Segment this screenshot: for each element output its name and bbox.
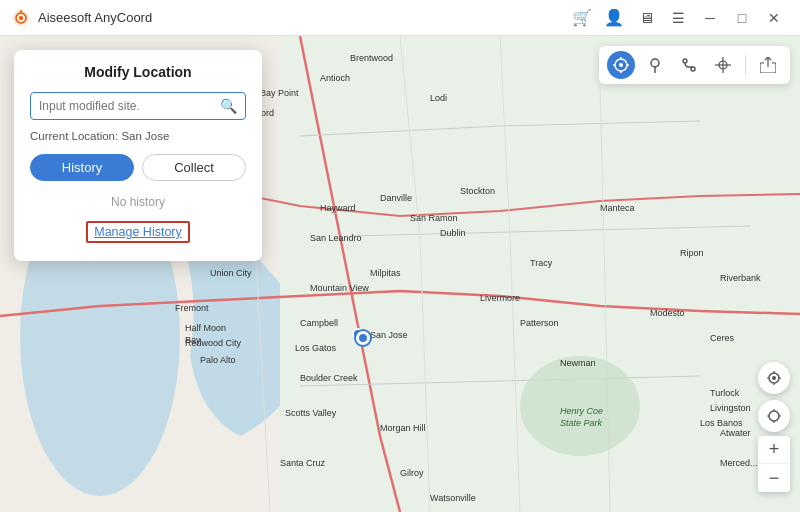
zoom-out-button[interactable]: −	[758, 464, 790, 492]
minimize-icon: ─	[705, 10, 715, 26]
svg-text:Scotts Valley: Scotts Valley	[285, 408, 337, 418]
close-button[interactable]: ✕	[760, 4, 788, 32]
search-icon: 🔍	[220, 98, 237, 114]
titlebar-controls: 🛒 👤 🖥 ☰ ─ □ ✕	[568, 4, 788, 32]
svg-text:Brentwood: Brentwood	[350, 53, 393, 63]
svg-point-73	[769, 411, 779, 421]
svg-text:Dublin: Dublin	[440, 228, 466, 238]
crosshair-tool-button[interactable]	[709, 51, 737, 79]
svg-text:Mountain View: Mountain View	[310, 283, 369, 293]
manage-history-wrapper: Manage History	[30, 221, 246, 243]
svg-point-2	[19, 16, 23, 20]
map-area: San Jose Stockton Manteca Ripon Riverban…	[0, 36, 800, 512]
svg-text:Modesto: Modesto	[650, 308, 685, 318]
menu-icon: ☰	[672, 10, 685, 26]
app-title: Aiseesoft AnyCoord	[38, 10, 152, 25]
monitor-button[interactable]: 🖥	[632, 4, 660, 32]
collect-tab[interactable]: Collect	[142, 154, 246, 181]
cart-button[interactable]: 🛒	[568, 4, 596, 32]
svg-text:Merced...: Merced...	[720, 458, 758, 468]
svg-text:Morgan Hill: Morgan Hill	[380, 423, 426, 433]
svg-text:Ceres: Ceres	[710, 333, 735, 343]
locate-tool-button[interactable]	[607, 51, 635, 79]
svg-text:Henry Coe: Henry Coe	[560, 406, 603, 416]
monitor-icon: 🖥	[639, 9, 654, 26]
titlebar-left: Aiseesoft AnyCoord	[12, 9, 152, 27]
svg-text:State Park: State Park	[560, 418, 603, 428]
svg-text:Livermore: Livermore	[480, 293, 520, 303]
svg-text:Bay Point: Bay Point	[260, 88, 299, 98]
search-box[interactable]: 🔍	[30, 92, 246, 120]
route-tool-button[interactable]	[675, 51, 703, 79]
map-toolbar	[599, 46, 790, 84]
svg-point-68	[772, 376, 776, 380]
pin-tool-button[interactable]	[641, 51, 669, 79]
minimize-button[interactable]: ─	[696, 4, 724, 32]
current-location-label: Current Location: San Jose	[30, 130, 246, 142]
svg-text:Tracy: Tracy	[530, 258, 553, 268]
search-input[interactable]	[39, 99, 220, 113]
svg-text:Turlock: Turlock	[710, 388, 740, 398]
svg-text:Ripon: Ripon	[680, 248, 704, 258]
svg-text:Half Moon: Half Moon	[185, 323, 226, 333]
close-icon: ✕	[768, 10, 780, 26]
svg-text:San Ramon: San Ramon	[410, 213, 458, 223]
zoom-controls: + −	[758, 436, 790, 492]
svg-text:Patterson: Patterson	[520, 318, 559, 328]
svg-text:San Jose: San Jose	[370, 330, 408, 340]
svg-text:Danville: Danville	[380, 193, 412, 203]
map-side-buttons	[758, 362, 790, 432]
user-button[interactable]: 👤	[600, 4, 628, 32]
svg-point-62	[683, 59, 687, 63]
modify-location-modal: Modify Location 🔍 Current Location: San …	[14, 50, 262, 261]
titlebar: Aiseesoft AnyCoord 🛒 👤 🖥 ☰ ─ □ ✕	[0, 0, 800, 36]
center-location-button[interactable]	[758, 400, 790, 432]
svg-text:Milpitas: Milpitas	[370, 268, 401, 278]
svg-text:Palo Alto: Palo Alto	[200, 355, 236, 365]
svg-text:Newman: Newman	[560, 358, 596, 368]
maximize-button[interactable]: □	[728, 4, 756, 32]
svg-text:Stockton: Stockton	[460, 186, 495, 196]
svg-text:Union City: Union City	[210, 268, 252, 278]
map-location-marker	[356, 331, 370, 345]
svg-text:Livingston: Livingston	[710, 403, 751, 413]
svg-text:Riverbank: Riverbank	[720, 273, 761, 283]
svg-text:Atwater: Atwater	[720, 428, 751, 438]
cart-icon: 🛒	[572, 8, 592, 27]
toolbar-divider	[745, 55, 746, 75]
maximize-icon: □	[738, 10, 746, 26]
svg-text:Santa Cruz: Santa Cruz	[280, 458, 326, 468]
no-history-text: No history	[30, 195, 246, 209]
svg-text:Antioch: Antioch	[320, 73, 350, 83]
tab-row: History Collect	[30, 154, 246, 181]
user-icon: 👤	[604, 8, 624, 27]
history-tab[interactable]: History	[30, 154, 134, 181]
zoom-in-button[interactable]: +	[758, 436, 790, 464]
svg-text:Bay: Bay	[185, 335, 201, 345]
svg-text:Gilroy: Gilroy	[400, 468, 424, 478]
svg-text:Watsonville: Watsonville	[430, 493, 476, 503]
menu-button[interactable]: ☰	[664, 4, 692, 32]
svg-text:Los Gatos: Los Gatos	[295, 343, 337, 353]
svg-text:Fremont: Fremont	[175, 303, 209, 313]
manage-history-link[interactable]: Manage History	[86, 221, 190, 243]
svg-text:Boulder Creek: Boulder Creek	[300, 373, 358, 383]
svg-point-61	[651, 59, 659, 67]
svg-point-56	[619, 63, 623, 67]
svg-text:Los Banos: Los Banos	[700, 418, 743, 428]
modal-title: Modify Location	[30, 64, 246, 80]
svg-text:Lodi: Lodi	[430, 93, 447, 103]
svg-text:Campbell: Campbell	[300, 318, 338, 328]
svg-text:San Leandro: San Leandro	[310, 233, 362, 243]
target-location-button[interactable]	[758, 362, 790, 394]
svg-text:Hayward: Hayward	[320, 203, 356, 213]
svg-text:Manteca: Manteca	[600, 203, 635, 213]
app-logo-icon	[12, 9, 30, 27]
export-tool-button[interactable]	[754, 51, 782, 79]
